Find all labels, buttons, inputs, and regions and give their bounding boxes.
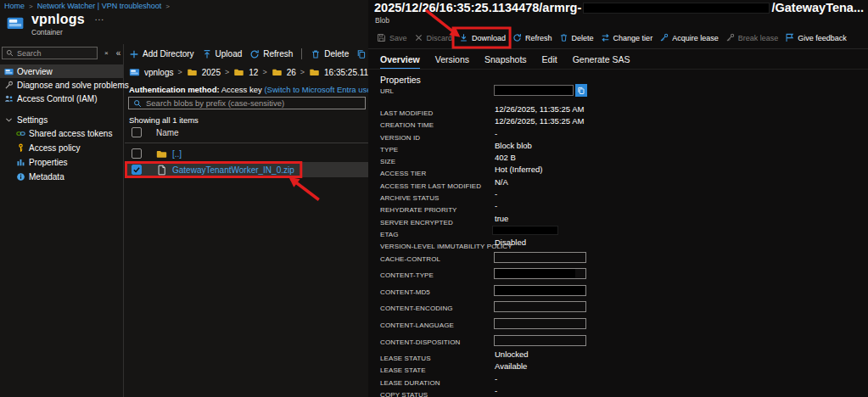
blob-search-input[interactable] — [146, 98, 361, 108]
property-value: - — [495, 128, 497, 140]
toolbar-button-break-lease: Break lease — [725, 33, 779, 42]
row-checkbox[interactable] — [132, 148, 142, 159]
property-value: 12/26/2025, 11:35:25 AM — [495, 115, 584, 127]
sidebar-item-overview[interactable]: Overview — [0, 64, 123, 78]
url-redacted-field[interactable] — [494, 85, 574, 96]
blob-title-suffix: /GatewayTena... — [771, 1, 864, 14]
toolbar-button-refresh[interactable]: Refresh — [249, 49, 293, 59]
sidebar-item-diagnose-and-solve-problems[interactable]: Diagnose and solve problems — [0, 78, 123, 92]
tabs-divider — [368, 69, 868, 70]
collapse-sidebar-icon[interactable]: « — [116, 48, 121, 58]
property-input-field[interactable] — [494, 268, 586, 279]
sidebar-item-label: Shared access tokens — [29, 129, 112, 138]
toolbar-button-change-tier[interactable]: Change tier — [601, 33, 653, 42]
info-icon — [16, 172, 25, 182]
sidebar-item-label: Diagnose and solve problems — [17, 81, 129, 90]
blob-row[interactable]: [..] — [125, 147, 368, 160]
toolbar-button-label: Acquire lease — [672, 34, 719, 42]
toolbar-button-label: Break lease — [738, 34, 779, 42]
path-segment[interactable]: 2025 — [202, 68, 221, 77]
path-segment[interactable]: 16:35:25.1134478 — [324, 68, 368, 77]
breadcrumb-link[interactable]: Home — [4, 2, 25, 10]
tab-snapshots[interactable]: Snapshots — [484, 54, 527, 70]
path-segment[interactable]: 26 — [287, 68, 296, 77]
sidebar-item-shared-access-tokens[interactable]: Shared access tokens — [0, 126, 123, 141]
blob-name-link[interactable]: GatewayTenantWorker_IN_0.zip — [172, 165, 294, 175]
toolbar-button-upload[interactable]: Upload — [202, 49, 243, 59]
property-row: CONTENT-DISPOSITION — [368, 333, 868, 349]
sidebar-item-properties[interactable]: Properties — [0, 155, 123, 170]
select-all-checkbox[interactable] — [132, 127, 142, 137]
blob-subtitle: Blob — [375, 16, 389, 25]
property-value: 12/26/2025, 11:35:25 AM — [495, 103, 584, 115]
blob-row-selected[interactable]: GatewayTenantWorker_IN_0.zip — [125, 162, 368, 177]
toolbar-button-label: Download — [472, 34, 506, 42]
property-label: CONTENT-LANGUAGE — [380, 322, 454, 329]
row-checkbox[interactable] — [132, 165, 142, 175]
tab-overview[interactable]: Overview — [380, 54, 420, 70]
switch-auth-link[interactable]: (Switch to Microsoft Entra user account) — [264, 85, 368, 94]
sidebar-item-access-control-iam-[interactable]: Access Control (IAM) — [0, 92, 123, 105]
folder-icon — [272, 67, 283, 77]
tab-versions[interactable]: Versions — [435, 54, 469, 70]
more-menu-button[interactable]: ... — [95, 13, 104, 22]
chevron-down-icon — [4, 115, 14, 125]
property-row: ARCHIVE STATUS- — [368, 188, 868, 200]
copy-url-button[interactable] — [575, 84, 587, 97]
property-input-field[interactable] — [494, 335, 586, 346]
toolbar-button-add-directory[interactable]: Add Directory — [129, 49, 194, 59]
property-input-field[interactable] — [494, 285, 586, 296]
key-icon — [16, 143, 25, 153]
refresh-icon — [512, 33, 522, 42]
folder-icon — [187, 67, 198, 77]
property-input-field[interactable] — [494, 301, 586, 312]
toolbar-divider — [368, 48, 868, 49]
sidebar-item-metadata[interactable]: Metadata — [0, 170, 123, 184]
property-row: LEASE DURATION- — [368, 373, 868, 385]
property-value: - — [495, 385, 497, 397]
property-input-field[interactable] — [494, 252, 586, 263]
path-segment[interactable]: vpnlogs — [144, 68, 173, 77]
property-label: CONTENT-TYPE — [380, 271, 434, 279]
folder-breadcrumb: vpnlogs>2025>12>26>16:35:25.1134478>armr… — [129, 67, 368, 77]
tab-generate-sas[interactable]: Generate SAS — [573, 54, 630, 70]
blob-name-link[interactable]: [..] — [172, 149, 182, 159]
page-title: vpnlogs — [31, 12, 85, 26]
toolbar-button-acquire-lease[interactable]: Acquire lease — [659, 33, 719, 42]
trash-icon — [559, 33, 568, 42]
breadcrumb-separator: > — [177, 68, 182, 76]
sidebar-item-settings[interactable]: Settings — [0, 113, 123, 126]
toolbar-button-delete[interactable]: Delete — [559, 33, 594, 42]
property-label: CONTENT-MD5 — [380, 288, 430, 296]
property-value: Disabled — [495, 237, 526, 249]
blob-title: 2025/12/26/16:35:25.1134478/armrg- /Gate… — [374, 1, 864, 14]
property-row: VERSION ID- — [368, 128, 868, 140]
clear-search-icon[interactable]: × — [104, 49, 109, 57]
blob-search — [128, 97, 366, 109]
breadcrumb-link[interactable]: Network Watcher | VPN troubleshoot — [37, 2, 162, 10]
toolbar-button-label: Delete — [572, 34, 594, 42]
feedback-icon — [785, 33, 794, 42]
sidebar-search-input[interactable] — [17, 49, 93, 58]
property-row: CONTENT-ENCODING — [368, 299, 868, 316]
lease-icon — [659, 33, 669, 42]
folder-icon — [156, 148, 167, 159]
sidebar-item-label: Properties — [29, 158, 68, 167]
toolbar-button-give-feedback[interactable]: Give feedback — [785, 33, 847, 42]
toolbar-button-label: Give feedback — [798, 34, 847, 42]
tab-edit[interactable]: Edit — [542, 54, 557, 70]
change-tier-icon — [601, 33, 610, 42]
toolbar-button-download[interactable]: Download — [459, 33, 506, 42]
container-icon — [4, 67, 14, 76]
toolbar-button-delete[interactable]: Delete — [311, 49, 349, 59]
toolbar-button-refresh[interactable]: Refresh — [512, 33, 552, 42]
property-row: SERVER ENCRYPTEDtrue — [368, 213, 868, 225]
property-row: SIZE402 B — [368, 152, 868, 164]
toolbar-button-label: Add Directory — [143, 49, 194, 59]
sidebar-item-access-policy[interactable]: Access policy — [0, 141, 123, 155]
property-input-field[interactable] — [494, 318, 586, 329]
path-segment[interactable]: 12 — [249, 68, 258, 77]
toolbar-button-copy[interactable]: Copy — [356, 49, 368, 59]
redaction-bar — [583, 3, 770, 14]
properties-list: LAST MODIFIED12/26/2025, 11:35:25 AMCREA… — [368, 103, 868, 397]
